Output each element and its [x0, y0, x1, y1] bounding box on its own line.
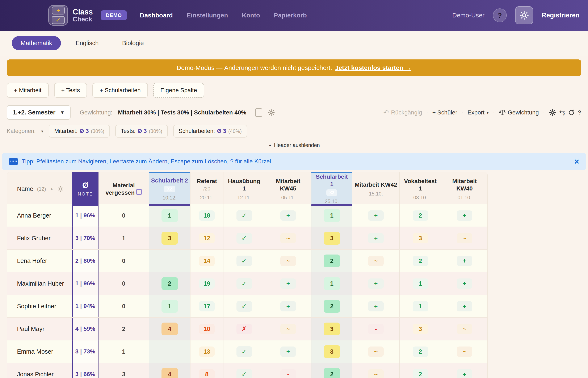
grade-cell[interactable]: 2 — [149, 272, 190, 295]
grade-cell[interactable]: 2 — [311, 363, 352, 378]
grade-cell[interactable]: + — [352, 227, 400, 249]
grade-cell[interactable]: 1 — [311, 204, 352, 227]
categories-toggle[interactable]: Kategorien: ▾ — [7, 128, 43, 135]
grade-cell[interactable]: + — [265, 295, 311, 317]
custom-column-button[interactable]: Eigene Spalte — [153, 83, 204, 98]
grade-cell[interactable] — [149, 250, 190, 272]
hide-header-button[interactable]: ▲ Header ausblenden — [0, 142, 588, 148]
tab-biologie[interactable]: Biologie — [113, 36, 153, 50]
grade-cell[interactable]: 13 — [190, 340, 223, 363]
grade-cell[interactable]: + — [265, 340, 311, 363]
column-header[interactable]: Schularbeit 1X225.10. — [311, 172, 352, 206]
grade-cell[interactable]: 3 — [98, 363, 149, 378]
grade-cell[interactable]: 14 — [190, 250, 223, 272]
grade-cell[interactable]: 1 — [98, 340, 149, 363]
grade-cell[interactable]: 1 — [149, 295, 190, 317]
student-name[interactable]: Sophie Leitner — [7, 295, 72, 317]
student-name[interactable]: Lena Hofer — [7, 250, 72, 272]
grade-cell[interactable]: 4 — [149, 363, 190, 378]
grade-cell[interactable]: 2 — [400, 204, 441, 227]
grade-cell[interactable]: ~ — [265, 227, 311, 249]
nav-papierkorb[interactable]: Papierkorb — [274, 12, 307, 19]
grade-cell[interactable]: 10 — [190, 318, 223, 340]
grade-cell[interactable]: ✓ — [223, 363, 265, 378]
grade-cell[interactable]: 19 — [190, 272, 223, 295]
grade-cell[interactable]: 3 — [311, 227, 352, 249]
refresh-icon[interactable] — [568, 109, 575, 116]
grade-cell[interactable]: 1 — [149, 204, 190, 227]
grade-cell[interactable]: ~ — [352, 250, 400, 272]
grade-cell[interactable]: 12 — [190, 227, 223, 249]
column-header[interactable]: Hausübung 112.11. — [223, 172, 265, 206]
grade-cell[interactable]: + — [352, 204, 400, 227]
grade-cell[interactable]: 1 — [311, 272, 352, 295]
student-name[interactable]: Anna Berger — [7, 204, 72, 227]
grade-cell[interactable]: ✓ — [223, 340, 265, 363]
grade-cell[interactable]: ~ — [352, 340, 400, 363]
nav-konto[interactable]: Konto — [242, 12, 260, 19]
grade-cell[interactable]: ~ — [441, 340, 488, 363]
add-student-button[interactable]: + Schüler — [432, 109, 457, 116]
nav-einstellungen[interactable]: Einstellungen — [187, 12, 228, 19]
student-name[interactable]: Felix Gruber — [7, 227, 72, 249]
grade-cell[interactable]: ~ — [352, 363, 400, 378]
grade-cell[interactable]: 18 — [190, 204, 223, 227]
grade-cell[interactable]: 2 — [98, 318, 149, 340]
theme-toggle-button[interactable] — [515, 6, 533, 24]
settings-gear-icon[interactable] — [549, 109, 556, 116]
help-shortcut-button[interactable]: ? — [578, 109, 581, 116]
settings-gear-icon[interactable] — [57, 186, 64, 192]
grade-cell[interactable]: 3 — [400, 318, 441, 340]
grade-cell[interactable]: ✓ — [223, 204, 265, 227]
close-icon[interactable]: × — [574, 157, 579, 166]
column-header-name[interactable]: Name(12)▲ — [7, 172, 72, 206]
semester-select[interactable]: 1.+2. Semester ▼ — [7, 105, 71, 120]
grade-cell[interactable]: 17 — [190, 295, 223, 317]
category-pill-mitarbeit[interactable]: Mitarbeit: Ø 3 (30%) — [49, 125, 110, 137]
grade-cell[interactable]: ~ — [265, 250, 311, 272]
grade-cell[interactable]: + — [441, 272, 488, 295]
grade-cell[interactable]: - — [265, 363, 311, 378]
help-button[interactable]: ? — [493, 8, 507, 22]
grade-cell[interactable]: ~ — [441, 318, 488, 340]
column-header[interactable]: Mitarbeit KW4001.10. — [441, 172, 488, 206]
grade-cell[interactable]: 1 — [400, 272, 441, 295]
category-pill-tests[interactable]: Tests: Ø 3 (30%) — [115, 125, 168, 137]
column-header[interactable]: Referat /2020.11. — [190, 172, 223, 206]
category-pill-schularbeiten[interactable]: Schularbeiten: Ø 3 (40%) — [173, 125, 247, 137]
banner-cta-link[interactable]: Jetzt kostenlos starten → — [335, 64, 411, 71]
grade-cell[interactable]: + — [441, 295, 488, 317]
grade-cell[interactable]: ~ — [441, 227, 488, 249]
grade-cell[interactable]: - — [352, 318, 400, 340]
grade-cell[interactable]: 2 — [400, 250, 441, 272]
grade-cell[interactable]: 0 — [98, 295, 149, 317]
tab-mathematik[interactable]: Mathematik — [12, 36, 61, 50]
grade-cell[interactable]: ✓ — [223, 295, 265, 317]
grade-cell[interactable]: + — [441, 204, 488, 227]
grade-cell[interactable]: 8 — [190, 363, 223, 378]
grade-cell[interactable]: + — [265, 204, 311, 227]
grade-cell[interactable]: 2 — [400, 363, 441, 378]
weighting-button[interactable]: Gewichtung — [499, 109, 539, 116]
student-name[interactable]: Jonas Pichler — [7, 363, 72, 378]
grade-cell[interactable]: 0 — [98, 272, 149, 295]
column-header[interactable]: Vokabeltest 108.10. — [400, 172, 441, 206]
grade-cell[interactable]: + — [441, 363, 488, 378]
grade-cell[interactable]: 0 — [98, 250, 149, 272]
grade-cell[interactable]: ✓ — [223, 250, 265, 272]
column-header[interactable]: Mitarbeit KW4215.10. — [352, 172, 400, 206]
student-name[interactable]: Maximilian Huber — [7, 272, 72, 295]
add-mitarbeit-button[interactable]: + Mitarbeit — [7, 83, 49, 98]
grade-cell[interactable]: ✓ — [223, 227, 265, 249]
column-header[interactable]: Mitarbeit KW4505.11. — [265, 172, 311, 206]
grade-cell[interactable]: 4 — [149, 318, 190, 340]
swap-columns-icon[interactable]: ⇆ — [559, 109, 565, 116]
grade-cell[interactable] — [149, 340, 190, 363]
tab-englisch[interactable]: Englisch — [67, 36, 107, 50]
column-header[interactable]: Schularbeit 2X210.12. — [149, 172, 190, 206]
grade-cell[interactable]: ✓ — [223, 272, 265, 295]
grade-cell[interactable]: 1 — [400, 295, 441, 317]
checkbox-icon[interactable] — [255, 108, 262, 117]
grade-cell[interactable]: 3 — [311, 318, 352, 340]
grade-cell[interactable]: + — [352, 272, 400, 295]
